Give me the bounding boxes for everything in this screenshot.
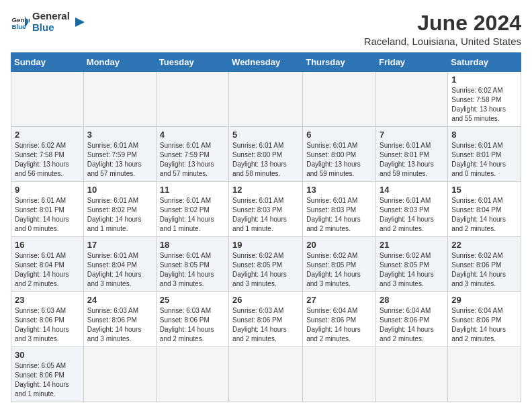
weekday-header-friday: Friday [376,53,448,72]
weekday-header-saturday: Saturday [448,53,521,72]
calendar-day: 19Sunrise: 6:02 AMSunset: 8:05 PMDayligh… [229,237,303,292]
day-info: Sunrise: 6:01 AMSunset: 8:04 PMDaylight:… [451,196,517,234]
calendar-day [303,347,376,402]
day-info: Sunrise: 6:01 AMSunset: 8:00 PMDaylight:… [232,141,299,179]
location-title: Raceland, Louisiana, United States [364,36,521,47]
calendar-day: 21Sunrise: 6:02 AMSunset: 8:05 PMDayligh… [376,237,448,292]
day-info: Sunrise: 6:01 AMSunset: 8:01 PMDaylight:… [380,141,444,179]
calendar-day: 6Sunrise: 6:01 AMSunset: 8:00 PMDaylight… [303,127,376,182]
day-info: Sunrise: 6:03 AMSunset: 8:06 PMDaylight:… [87,306,152,344]
day-info: Sunrise: 6:01 AMSunset: 8:01 PMDaylight:… [15,196,80,234]
calendar-day: 22Sunrise: 6:02 AMSunset: 8:06 PMDayligh… [448,237,521,292]
calendar-day [83,347,156,402]
day-number: 2 [15,130,80,140]
day-info: Sunrise: 6:04 AMSunset: 8:06 PMDaylight:… [306,306,372,344]
day-info: Sunrise: 6:01 AMSunset: 8:03 PMDaylight:… [380,196,444,234]
day-number: 20 [306,240,372,250]
day-number: 16 [15,240,80,250]
month-title: June 2024 [364,11,521,36]
day-number: 25 [160,295,225,305]
calendar-day: 27Sunrise: 6:04 AMSunset: 8:06 PMDayligh… [303,292,376,347]
calendar-day: 3Sunrise: 6:01 AMSunset: 7:59 PMDaylight… [83,127,156,182]
calendar-day: 10Sunrise: 6:01 AMSunset: 8:02 PMDayligh… [83,182,156,237]
calendar-day: 14Sunrise: 6:01 AMSunset: 8:03 PMDayligh… [376,182,448,237]
calendar-day [83,72,156,127]
title-block: June 2024 Raceland, Louisiana, United St… [364,11,521,47]
day-number: 26 [232,295,299,305]
day-info: Sunrise: 6:02 AMSunset: 8:05 PMDaylight:… [380,251,444,289]
calendar-day: 26Sunrise: 6:03 AMSunset: 8:06 PMDayligh… [229,292,303,347]
calendar-day [376,72,448,127]
calendar-week-row: 1Sunrise: 6:02 AMSunset: 7:58 PMDaylight… [11,72,521,127]
calendar-day [376,347,448,402]
day-number: 5 [232,130,299,140]
calendar-day: 11Sunrise: 6:01 AMSunset: 8:02 PMDayligh… [156,182,228,237]
day-info: Sunrise: 6:02 AMSunset: 8:05 PMDaylight:… [306,251,372,289]
calendar-day: 24Sunrise: 6:03 AMSunset: 8:06 PMDayligh… [83,292,156,347]
day-info: Sunrise: 6:02 AMSunset: 7:58 PMDaylight:… [15,141,80,179]
day-number: 24 [87,295,152,305]
day-number: 19 [232,240,299,250]
svg-marker-3 [75,17,85,27]
calendar-week-row: 9Sunrise: 6:01 AMSunset: 8:01 PMDaylight… [11,182,521,237]
day-info: Sunrise: 6:01 AMSunset: 8:04 PMDaylight:… [87,251,152,289]
day-info: Sunrise: 6:01 AMSunset: 8:01 PMDaylight:… [451,141,517,179]
day-number: 27 [306,295,372,305]
calendar-day: 17Sunrise: 6:01 AMSunset: 8:04 PMDayligh… [83,237,156,292]
day-number: 6 [306,130,372,140]
calendar-week-row: 23Sunrise: 6:03 AMSunset: 8:06 PMDayligh… [11,292,521,347]
calendar-day: 28Sunrise: 6:04 AMSunset: 8:06 PMDayligh… [376,292,448,347]
day-info: Sunrise: 6:01 AMSunset: 7:59 PMDaylight:… [87,141,152,179]
calendar-day: 8Sunrise: 6:01 AMSunset: 8:01 PMDaylight… [448,127,521,182]
logo-icon: General Blue [11,13,30,32]
calendar-week-row: 2Sunrise: 6:02 AMSunset: 7:58 PMDaylight… [11,127,521,182]
day-number: 29 [451,295,517,305]
day-number: 12 [232,185,299,195]
day-number: 11 [160,185,225,195]
logo-arrow-icon [73,15,87,30]
day-number: 17 [87,240,152,250]
day-number: 4 [160,130,225,140]
day-number: 8 [451,130,517,140]
calendar-day [229,347,303,402]
calendar-day: 4Sunrise: 6:01 AMSunset: 7:59 PMDaylight… [156,127,228,182]
weekday-header-thursday: Thursday [303,53,376,72]
day-info: Sunrise: 6:01 AMSunset: 8:05 PMDaylight:… [160,251,225,289]
day-info: Sunrise: 6:01 AMSunset: 7:59 PMDaylight:… [160,141,225,179]
calendar-day: 23Sunrise: 6:03 AMSunset: 8:06 PMDayligh… [11,292,84,347]
calendar-day: 9Sunrise: 6:01 AMSunset: 8:01 PMDaylight… [11,182,84,237]
calendar-day: 12Sunrise: 6:01 AMSunset: 8:03 PMDayligh… [229,182,303,237]
day-number: 7 [380,130,444,140]
day-number: 14 [380,185,444,195]
day-info: Sunrise: 6:03 AMSunset: 8:06 PMDaylight:… [15,306,80,344]
calendar-day: 18Sunrise: 6:01 AMSunset: 8:05 PMDayligh… [156,237,228,292]
weekday-header-sunday: Sunday [11,53,84,72]
day-info: Sunrise: 6:01 AMSunset: 8:03 PMDaylight:… [306,196,372,234]
calendar-day: 16Sunrise: 6:01 AMSunset: 8:04 PMDayligh… [11,237,84,292]
calendar-day [156,72,228,127]
day-number: 1 [451,75,517,85]
calendar-header-row: SundayMondayTuesdayWednesdayThursdayFrid… [11,53,521,72]
day-info: Sunrise: 6:01 AMSunset: 8:04 PMDaylight:… [15,251,80,289]
day-info: Sunrise: 6:01 AMSunset: 8:02 PMDaylight:… [87,196,152,234]
weekday-header-tuesday: Tuesday [156,53,228,72]
calendar-week-row: 16Sunrise: 6:01 AMSunset: 8:04 PMDayligh… [11,237,521,292]
day-info: Sunrise: 6:01 AMSunset: 8:02 PMDaylight:… [160,196,225,234]
calendar-day: 7Sunrise: 6:01 AMSunset: 8:01 PMDaylight… [376,127,448,182]
day-info: Sunrise: 6:04 AMSunset: 8:06 PMDaylight:… [380,306,444,344]
logo-general: General [32,11,70,22]
weekday-header-monday: Monday [83,53,156,72]
day-number: 15 [451,185,517,195]
calendar-day: 1Sunrise: 6:02 AMSunset: 7:58 PMDaylight… [448,72,521,127]
day-number: 18 [160,240,225,250]
calendar-day: 13Sunrise: 6:01 AMSunset: 8:03 PMDayligh… [303,182,376,237]
day-info: Sunrise: 6:03 AMSunset: 8:06 PMDaylight:… [160,306,225,344]
calendar-day: 2Sunrise: 6:02 AMSunset: 7:58 PMDaylight… [11,127,84,182]
calendar-day: 25Sunrise: 6:03 AMSunset: 8:06 PMDayligh… [156,292,228,347]
day-number: 9 [15,185,80,195]
day-number: 23 [15,295,80,305]
logo-blue: Blue [32,22,70,34]
day-info: Sunrise: 6:01 AMSunset: 8:00 PMDaylight:… [306,141,372,179]
day-info: Sunrise: 6:03 AMSunset: 8:06 PMDaylight:… [232,306,299,344]
calendar-day [156,347,228,402]
